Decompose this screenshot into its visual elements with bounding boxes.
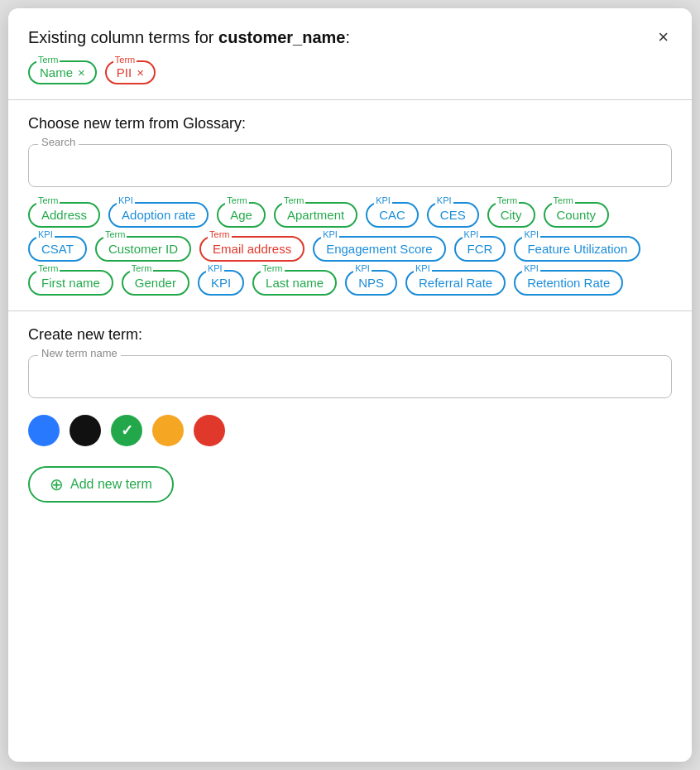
glossary-term-gender[interactable]: Term Gender	[122, 270, 189, 296]
glossary-term-customer-id[interactable]: Term Customer ID	[95, 236, 191, 262]
divider-1	[8, 99, 692, 100]
color-swatch-red[interactable]	[194, 415, 225, 446]
glossary-term-fcr[interactable]: KPI FCR	[454, 236, 506, 262]
color-swatch-blue[interactable]	[28, 415, 60, 446]
existing-terms-container: Term Name × Term PII ×	[28, 60, 672, 84]
glossary-term-ces[interactable]: KPI CES	[427, 202, 479, 228]
color-swatch-black[interactable]	[70, 415, 101, 446]
color-swatch-orange[interactable]	[152, 415, 184, 446]
add-new-term-label: Add new term	[70, 477, 152, 492]
existing-term-name[interactable]: Term Name ×	[28, 60, 97, 84]
existing-term-name-remove[interactable]: ×	[78, 65, 85, 79]
close-button[interactable]: ×	[654, 28, 672, 46]
search-input[interactable]	[28, 144, 672, 187]
search-label: Search	[38, 136, 79, 148]
glossary-term-referral-rate[interactable]: KPI Referral Rate	[405, 270, 506, 296]
glossary-term-apartment[interactable]: Term Apartment	[274, 202, 357, 228]
modal-header: Existing column terms for customer_name:…	[28, 28, 672, 47]
glossary-term-feature-utilization[interactable]: KPI Feature Utilization	[514, 236, 640, 262]
glossary-term-kpi[interactable]: KPI KPI	[198, 270, 244, 296]
new-term-wrapper: New term name	[28, 355, 672, 398]
glossary-term-csat[interactable]: KPI CSAT	[28, 236, 87, 262]
glossary-term-adoption-rate[interactable]: KPI Adoption rate	[108, 202, 209, 228]
new-term-input[interactable]	[28, 355, 672, 398]
glossary-term-nps[interactable]: KPI NPS	[345, 270, 397, 296]
color-swatch-green[interactable]: ✓	[111, 415, 142, 446]
existing-term-name-label: Term	[36, 55, 60, 65]
glossary-term-county[interactable]: Term County	[544, 202, 610, 228]
color-swatches: ✓	[28, 415, 672, 446]
glossary-term-address[interactable]: Term Address	[28, 202, 100, 228]
glossary-term-email-address[interactable]: Term Email address	[199, 236, 304, 262]
existing-term-pii-text: PII	[117, 65, 132, 79]
modal-title: Existing column terms for customer_name:	[28, 28, 350, 47]
existing-term-name-text: Name	[40, 65, 73, 79]
search-field-wrapper: Search	[28, 144, 672, 187]
existing-term-pii-label: Term	[113, 55, 137, 65]
glossary-term-retention-rate[interactable]: KPI Retention Rate	[514, 270, 623, 296]
create-section-title: Create new term:	[28, 326, 672, 344]
divider-2	[8, 310, 692, 311]
plus-icon: ⊕	[50, 476, 64, 493]
existing-term-pii[interactable]: Term PII ×	[105, 60, 156, 84]
add-new-term-button[interactable]: ⊕ Add new term	[28, 466, 174, 503]
modal: Existing column terms for customer_name:…	[8, 8, 692, 762]
glossary-term-last-name[interactable]: Term Last name	[252, 270, 337, 296]
glossary-section-title: Choose new term from Glossary:	[28, 115, 672, 132]
glossary-term-first-name[interactable]: Term First name	[28, 270, 113, 296]
new-term-label: New term name	[38, 347, 121, 359]
existing-term-pii-remove[interactable]: ×	[137, 65, 144, 79]
glossary-term-cac[interactable]: KPI CAC	[366, 202, 419, 228]
glossary-term-engagement-score[interactable]: KPI Engagement Score	[313, 236, 445, 262]
glossary-terms-container: Term Address KPI Adoption rate Term Age …	[28, 202, 672, 296]
glossary-term-city[interactable]: Term City	[487, 202, 535, 228]
glossary-term-age[interactable]: Term Age	[217, 202, 266, 228]
